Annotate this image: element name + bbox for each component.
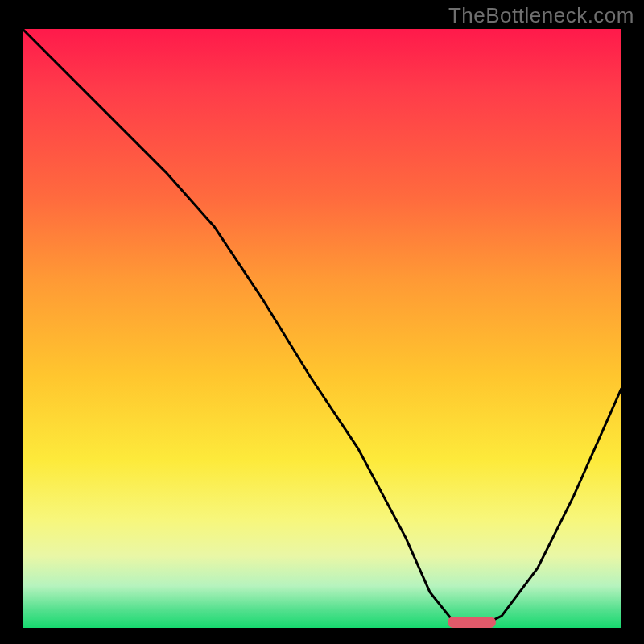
plot-area <box>23 29 621 628</box>
curve-line <box>23 29 621 628</box>
watermark-text: TheBottleneck.com <box>448 3 634 28</box>
bottleneck-curve <box>23 29 621 628</box>
chart-frame: TheBottleneck.com <box>0 0 644 644</box>
optimum-pill <box>448 617 496 628</box>
